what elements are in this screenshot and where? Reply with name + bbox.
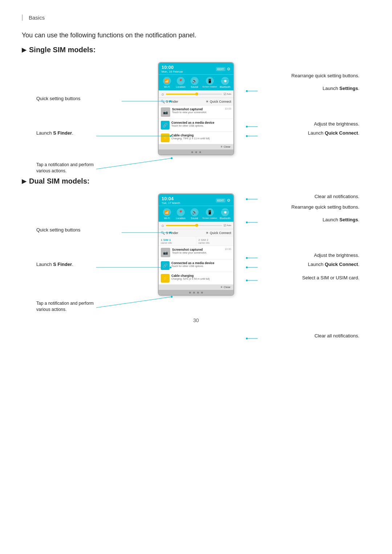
dual-qs-bluetooth[interactable]: ✱ Bluetooth	[219, 208, 231, 219]
ann-dual-launch-quick-connect: Launch Quick Connect.	[308, 262, 359, 267]
dual-qs-sound[interactable]: 🔊 Sound	[189, 208, 200, 219]
ann-launch-sfinder: Launch S Finder.	[36, 130, 73, 136]
dual-quick-connect-icon: ✳	[206, 231, 209, 235]
location-icon: 📍	[177, 77, 185, 85]
svg-line-32	[96, 297, 172, 308]
wifi-icon: 📶	[163, 77, 171, 85]
dual-sfinder-row: 🔍 S Finder ✳ Quick Connect	[159, 229, 233, 237]
dual-clear-icon: ≡	[221, 286, 222, 289]
svg-line-13	[96, 158, 172, 169]
dual-qs-screen-rotation[interactable]: 📱 Screen rotation	[203, 208, 217, 219]
dual-brightness-dot	[195, 224, 198, 227]
brightness-bar[interactable]	[166, 94, 222, 95]
dual-brightness-bar[interactable]	[166, 225, 222, 226]
ann-dual-launch-sfinder: Launch S Finder.	[36, 262, 73, 267]
qs-wifi[interactable]: 📶 Wi-Fi	[161, 77, 173, 88]
dual-phone-time: 10:04	[162, 196, 180, 201]
dual-sim-phone: 10:04 Tue, 17 March EDIT ⚙ 📶 Wi-Fi	[158, 193, 234, 296]
ann-dual-adjust-brightness: Adjust the brightness.	[314, 253, 359, 258]
screen-rotation-icon: 📱	[206, 77, 214, 85]
notif-media-device[interactable]: 🔗 Connected as a media device Touch for …	[159, 119, 233, 131]
dual-nav-dot-2	[193, 292, 195, 294]
dual-phone-header: 10:04 Tue, 17 March EDIT ⚙	[159, 194, 233, 206]
dual-auto-brightness-check[interactable]: ☑ Auto	[224, 224, 231, 227]
ann-tap-notification: Tap a notification and performvarious ac…	[36, 162, 94, 174]
dual-settings-gear-icon[interactable]: ⚙	[227, 198, 230, 203]
dual-sim-diagram-wrapper: Quick setting buttons Launch S Finder. T…	[33, 193, 359, 296]
phone-time: 10:00	[162, 65, 183, 70]
phone-header-right: EDIT ⚙	[216, 67, 230, 71]
dual-sim-diagram: Quick setting buttons Launch S Finder. T…	[22, 193, 370, 296]
dual-checkbox-icon: ☑	[224, 224, 226, 227]
sim-selection-row: 1 SIM 1 carrier info 2 SIM 2 carrier inf…	[159, 237, 233, 246]
dual-screenshot-icon: 📷	[161, 248, 170, 257]
ann-dual-tap-notification: Tap a notification and performvarious ac…	[36, 300, 94, 313]
brightness-fill	[166, 94, 197, 95]
search-icon: 🔍	[161, 100, 165, 103]
dual-clear-button[interactable]: Clear	[224, 286, 230, 289]
quick-connect-button[interactable]: ✳ Quick Connect	[206, 100, 231, 103]
qs-location[interactable]: 📍 Location	[175, 77, 187, 88]
page-number: 30	[22, 317, 370, 331]
dual-sim-title: ▶ Dual SIM models:	[22, 177, 370, 185]
ann-quick-setting-buttons: Quick setting buttons	[36, 96, 80, 101]
sound-icon: 🔊	[191, 77, 199, 85]
dual-clear-row: ≡ Clear	[159, 284, 233, 290]
qs-sound[interactable]: 🔊 Sound	[189, 77, 200, 88]
dual-quick-settings-row: 📶 Wi-Fi 📍 Location 🔊 Sound 📱	[159, 206, 233, 222]
dual-notif-media-device[interactable]: 🔗 Connected as a media device Touch for …	[159, 259, 233, 272]
svg-point-35	[246, 338, 248, 340]
page-container: Basics You can use the following functio…	[0, 0, 392, 345]
clear-button[interactable]: Clear	[224, 145, 230, 148]
usb-icon: 🔗	[161, 121, 170, 130]
dual-notif-screenshot[interactable]: 📷 Screenshot captured Touch to view your…	[159, 246, 233, 259]
ann-launch-settings: Launch Settings.	[323, 86, 359, 91]
dual-phone-header-right: EDIT ⚙	[216, 198, 230, 203]
dual-brightness-fill	[166, 225, 197, 226]
ann-rearrange: Rearrange quick setting buttons.	[291, 73, 359, 78]
ann-dual-rearrange: Rearrange quick setting buttons.	[291, 204, 359, 210]
quick-settings-row: 📶 Wi-Fi 📍 Location 🔊 Sound 📱	[159, 74, 233, 90]
auto-brightness-check[interactable]: ☑ Auto	[224, 93, 231, 96]
settings-gear-icon[interactable]: ⚙	[227, 67, 230, 71]
dual-brightness-icon: ☼	[161, 223, 164, 227]
dual-sound-icon: 🔊	[191, 208, 199, 216]
sfinder-button[interactable]: 🔍 S Finder	[161, 100, 178, 103]
dual-sfinder-button[interactable]: 🔍 S Finder	[161, 231, 178, 235]
charging-icon: ⚡	[161, 134, 170, 142]
nav-dot-3	[199, 151, 201, 153]
sim1-cell[interactable]: 1 SIM 1 carrier info	[159, 237, 196, 246]
edit-button[interactable]: EDIT	[216, 67, 225, 71]
dual-brightness-row: ☼ ☑ Auto	[159, 222, 233, 229]
svg-point-33	[171, 296, 173, 298]
dual-edit-button[interactable]: EDIT	[216, 198, 225, 202]
ann-dual-launch-settings: Launch Settings.	[323, 217, 359, 222]
dual-quick-connect-button[interactable]: ✳ Quick Connect	[206, 231, 231, 235]
dual-phone-footer	[159, 290, 233, 295]
dual-nav-dot-3	[197, 292, 199, 294]
dual-notif-charging[interactable]: ⚡ Cable charging Charging: 52% (2 h 54 m…	[159, 272, 233, 284]
arrow-icon-dual: ▶	[22, 178, 26, 185]
notif-charging[interactable]: ⚡ Cable charging Charging: 79% (1 h 11 m…	[159, 131, 233, 144]
dual-qs-wifi[interactable]: 📶 Wi-Fi	[161, 208, 173, 219]
phone-footer	[159, 149, 233, 155]
dual-qs-location[interactable]: 📍 Location	[175, 208, 187, 219]
dual-nav-dot-1	[189, 292, 191, 294]
dual-wifi-icon: 📶	[163, 208, 171, 216]
single-sim-diagram: Quick setting buttons Launch S Finder. T…	[22, 62, 370, 155]
sfinder-row: 🔍 S Finder ✳ Quick Connect	[159, 98, 233, 105]
ann-select-sim: Select a SIM or USIM card.	[302, 275, 360, 280]
nav-dot-1	[191, 151, 193, 153]
dual-bluetooth-icon: ✱	[221, 208, 229, 216]
nav-dot-2	[195, 151, 197, 153]
phone-header: 10:00 Mon, 16 Februar EDIT ⚙	[159, 63, 233, 74]
clear-row: ≡ Clear	[159, 144, 233, 149]
sim2-cell[interactable]: 2 SIM 2 carrier info	[196, 237, 234, 246]
single-sim-title: ▶ Single SIM models:	[22, 46, 370, 54]
dual-search-icon: 🔍	[161, 231, 165, 235]
qs-screen-rotation[interactable]: 📱 Screen rotation	[203, 77, 217, 88]
dual-nav-dot-4	[201, 292, 203, 294]
notif-screenshot[interactable]: 📷 Screenshot captured Touch to view your…	[159, 105, 233, 119]
dual-charging-icon: ⚡	[161, 274, 170, 283]
qs-bluetooth[interactable]: ✱ Bluetooth	[219, 77, 231, 88]
